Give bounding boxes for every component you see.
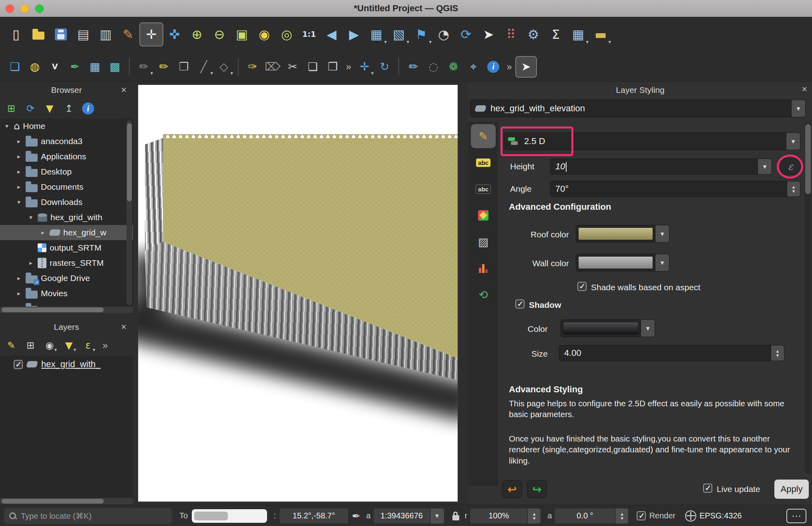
btn-style-manager[interactable]: ✎ (117, 23, 139, 46)
btn-zoom-in[interactable]: ⊕ (186, 23, 208, 46)
chevron-down-icon[interactable] (641, 320, 655, 337)
toolbar-overflow-chevron[interactable] (103, 340, 108, 351)
btn-save-edits[interactable]: ❐ (174, 57, 194, 77)
layer-list-item[interactable]: hex_grid_with_ (0, 355, 133, 373)
tab-3d-view[interactable] (471, 203, 496, 227)
btn-open-project[interactable] (27, 23, 50, 46)
shadow-color-swatch[interactable] (561, 319, 655, 337)
btn-statistics[interactable]: Σ (545, 23, 567, 46)
btn-add-favorite[interactable]: ⊞ (3, 100, 19, 116)
btn-open-styling[interactable]: ✎ (3, 337, 19, 353)
close-icon[interactable] (119, 322, 129, 332)
btn-zoom-last[interactable]: ◀ (320, 23, 343, 46)
layers-horizontal-scrollbar[interactable] (0, 498, 133, 504)
live-update-checkbox[interactable] (703, 484, 712, 493)
btn-toggle-editing[interactable]: ✏ (154, 57, 174, 77)
browser-item-movies[interactable]: Movies (0, 286, 133, 301)
undo-style-button[interactable]: ↩ (502, 480, 522, 498)
btn-filter-browser[interactable]: ▼ (42, 100, 58, 116)
collapse-arrow-icon[interactable] (15, 199, 22, 206)
btn-new-3d-map-view[interactable]: ▧ (388, 23, 410, 46)
layer-visibility-checkbox[interactable] (14, 360, 23, 369)
btn-cut-features[interactable]: ✂ (283, 57, 303, 77)
tab-diagrams[interactable] (471, 256, 496, 280)
btn-collapse-all[interactable]: ↥ (61, 100, 77, 116)
toolbar-overflow-chevron[interactable] (506, 61, 512, 72)
btn-paste-features[interactable]: ❐ (323, 57, 343, 77)
btn-refresh-map[interactable]: ⟳ (455, 23, 477, 46)
btn-filter-legend[interactable]: ▼ (61, 337, 77, 353)
btn-zoom-to-selection[interactable]: ◉ (253, 23, 275, 46)
extents-pointer-icon[interactable] (352, 510, 361, 522)
btn-add-virtual-layer[interactable]: ▩ (105, 57, 125, 77)
tab-history[interactable]: ⟲ (471, 283, 496, 307)
map-canvas[interactable] (138, 85, 458, 502)
browser-item-desktop[interactable]: Desktop (0, 164, 133, 179)
locate-search-input[interactable]: Type to locate (⌘K) (4, 508, 172, 524)
browser-vertical-scrollbar[interactable] (127, 120, 132, 305)
btn-filter-expression[interactable]: ε (80, 337, 96, 353)
btn-measure[interactable]: ▬ (589, 23, 612, 46)
browser-item-downloads[interactable]: Downloads (0, 195, 133, 210)
btn-layout-manager[interactable]: ▥ (94, 23, 117, 46)
browser-item-home[interactable]: Home (0, 118, 133, 134)
expand-arrow-icon[interactable] (15, 138, 22, 145)
rotation-spinbox[interactable]: 0.0 ° (554, 508, 629, 524)
btn-zoom-out[interactable]: ⊖ (208, 23, 231, 46)
chevron-down-icon[interactable] (655, 225, 669, 242)
btn-current-edits[interactable]: ✏ (134, 57, 154, 77)
btn-options[interactable]: ⚙ (522, 23, 545, 46)
renderer-select-combo[interactable]: 2.5 D (504, 133, 800, 150)
shadow-checkbox[interactable] (515, 299, 525, 309)
btn-identify-features[interactable]: ➤ (477, 23, 500, 46)
tab-symbology[interactable]: ✎ (471, 124, 496, 148)
expand-arrow-icon[interactable] (15, 168, 22, 175)
spinbox-stepper[interactable] (527, 508, 541, 524)
btn-browser-properties[interactable] (80, 100, 96, 116)
btn-zoom-native[interactable]: 1:1 (298, 23, 320, 46)
expand-arrow-icon[interactable] (15, 290, 22, 297)
btn-move-feature[interactable]: ✛ (354, 57, 374, 77)
coordinate-display[interactable]: 15.2°,-58.7° (279, 508, 349, 524)
btn-zoom-full[interactable]: ▣ (231, 23, 253, 46)
btn-copy-features[interactable]: ❏ (303, 57, 323, 77)
browser-item-google-drive[interactable]: Google Drive (0, 271, 133, 286)
close-icon[interactable] (119, 85, 129, 95)
browser-item-rasters-srtm[interactable]: rasters_SRTM (0, 255, 133, 271)
epsg-globe-icon[interactable] (685, 510, 696, 522)
btn-new-map-view[interactable]: ▦ (365, 23, 388, 46)
btn-new-project[interactable]: ▯ (5, 23, 27, 46)
btn-add-group[interactable]: ⊞ (22, 337, 38, 353)
expand-arrow-icon[interactable] (15, 153, 22, 160)
btn-map-tips[interactable] (483, 57, 503, 77)
height-input[interactable]: 10 (550, 159, 772, 175)
btn-add-annotation[interactable]: ❁ (443, 57, 463, 77)
zoom-window-button[interactable] (35, 4, 44, 13)
btn-measure-bearing[interactable]: ⌖ (463, 57, 483, 77)
collapse-arrow-icon[interactable] (27, 214, 34, 221)
chevron-down-icon[interactable] (430, 508, 444, 524)
styling-vertical-scrollbar[interactable] (805, 122, 811, 474)
btn-map-themes[interactable]: ◉ (42, 337, 58, 353)
shadow-size-spinbox[interactable]: 4.00 (559, 345, 784, 361)
btn-add-ring[interactable]: ◌ (423, 57, 443, 77)
btn-processing-toolbox[interactable]: ⠿ (500, 23, 522, 46)
chevron-down-icon[interactable] (655, 254, 669, 271)
btn-add-vector-layer[interactable]: V (45, 57, 65, 77)
btn-digitize[interactable]: ╱ (194, 57, 214, 77)
btn-add-delimited-text[interactable]: ▦ (85, 57, 105, 77)
btn-data-source-manager[interactable]: ❏ (5, 57, 25, 77)
expand-arrow-icon[interactable] (15, 275, 22, 282)
btn-add-web-layer[interactable]: ◍ (25, 57, 45, 77)
minimize-window-button[interactable] (20, 4, 29, 13)
tab-transparency[interactable]: ▨ (471, 230, 496, 254)
btn-save-project[interactable] (50, 23, 72, 46)
redo-style-button[interactable]: ↪ (527, 480, 547, 498)
toolbar-overflow-chevron[interactable] (346, 61, 351, 72)
browser-item-clipped[interactable] (0, 301, 133, 307)
btn-new-shapefile-layer[interactable]: ✒ (65, 57, 85, 77)
shade-walls-checkbox[interactable] (577, 282, 587, 291)
layer-select-combo[interactable]: hex_grid_with_elevation (470, 100, 806, 117)
render-checkbox[interactable] (637, 511, 646, 520)
wall-color-swatch[interactable] (576, 254, 669, 271)
